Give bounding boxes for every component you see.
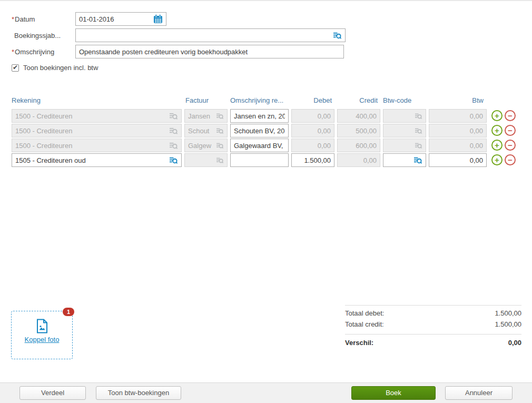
search-list-icon[interactable] bbox=[413, 156, 422, 164]
header-rekening: Rekening bbox=[12, 96, 41, 104]
footer-bar: Verdeel Toon btw-boekingen Boek Annuleer bbox=[0, 382, 532, 403]
header-omschrijving: Omschrijving re... bbox=[230, 96, 283, 104]
search-list-icon bbox=[216, 127, 224, 134]
search-list-icon bbox=[415, 127, 422, 134]
koppel-foto-dropzone[interactable]: 1 Koppel foto bbox=[11, 311, 73, 359]
btw-code-field bbox=[383, 109, 426, 123]
verschil-value: 0,00 bbox=[508, 339, 521, 347]
header-btw: Btw bbox=[429, 96, 484, 104]
search-list-icon bbox=[169, 127, 178, 135]
rekening-field[interactable]: 1505 - Crediteuren oud bbox=[12, 153, 182, 167]
photo-document-icon bbox=[12, 319, 72, 333]
omschrijving-value: Openstaande posten crediteuren vorig boe… bbox=[79, 48, 340, 56]
remove-row-button[interactable]: − bbox=[505, 125, 516, 136]
search-list-icon bbox=[415, 142, 422, 149]
toon-btw-boekingen-button[interactable]: Toon btw-boekingen bbox=[96, 386, 181, 400]
table-row: 1500 - Crediteuren Schout Schouten BV, 2… bbox=[0, 124, 532, 137]
datum-label: *Datum bbox=[12, 15, 35, 23]
factuur-field: Schout bbox=[184, 124, 228, 137]
btw-code-field[interactable] bbox=[383, 153, 426, 167]
checkbox-icon[interactable] bbox=[12, 64, 19, 72]
omschrijving-regel-field[interactable]: Galgewaard BV, 2 bbox=[230, 139, 289, 152]
annuleer-button[interactable]: Annuleer bbox=[445, 386, 513, 400]
header-credit: Credit bbox=[337, 96, 378, 104]
remove-row-button[interactable]: − bbox=[505, 110, 516, 121]
omschrijving-regel-field[interactable]: Jansen en zn, 201 bbox=[230, 109, 289, 123]
attachment-count-badge: 1 bbox=[63, 308, 74, 316]
omschrijving-input[interactable]: Openstaande posten crediteuren vorig boe… bbox=[75, 45, 344, 58]
btw-field: 0,00 bbox=[429, 139, 487, 152]
table-row: 1500 - Crediteuren Jansen Jansen en zn, … bbox=[0, 109, 532, 123]
boek-button[interactable]: Boek bbox=[351, 386, 436, 400]
debet-field: 0,00 bbox=[291, 124, 334, 137]
btw-code-field bbox=[383, 139, 426, 152]
factuur-field: Galgew bbox=[184, 139, 228, 152]
add-row-button[interactable]: + bbox=[491, 154, 503, 165]
search-list-icon bbox=[216, 142, 224, 149]
add-row-button[interactable]: + bbox=[491, 110, 503, 121]
required-asterisk: * bbox=[12, 48, 14, 56]
rekening-field: 1500 - Crediteuren bbox=[12, 109, 182, 123]
rekening-field: 1500 - Crediteuren bbox=[12, 124, 182, 137]
toon-btw-checkbox[interactable]: Toon boekingen incl. btw bbox=[12, 64, 98, 72]
credit-field: 400,00 bbox=[337, 109, 380, 123]
omschrijving-regel-field[interactable]: Schouten BV, 201 bbox=[230, 124, 289, 137]
datum-input[interactable]: 01-01-2016 bbox=[75, 12, 166, 26]
debet-field: 0,00 bbox=[291, 109, 334, 123]
search-list-icon bbox=[169, 112, 178, 120]
totaal-debet-label: Totaal debet: bbox=[345, 309, 384, 317]
factuur-field bbox=[184, 153, 228, 167]
debet-field: 0,00 bbox=[291, 139, 334, 152]
table-row: 1505 - Crediteuren oud 1.500,00 0,00 0,0… bbox=[0, 153, 532, 167]
toon-btw-checkbox-label: Toon boekingen incl. btw bbox=[23, 64, 98, 72]
btw-field: 0,00 bbox=[429, 124, 487, 137]
table-row: 1500 - Crediteuren Galgew Galgewaard BV,… bbox=[0, 139, 532, 152]
header-btw-code: Btw-code bbox=[383, 96, 411, 104]
datum-value: 01-01-2016 bbox=[79, 15, 151, 23]
rekening-field: 1500 - Crediteuren bbox=[12, 139, 182, 152]
add-row-button[interactable]: + bbox=[491, 140, 503, 151]
journal-entry-form: *Datum 01-01-2016 Boekingssjab... *Omsch… bbox=[0, 0, 532, 403]
header-factuur: Factuur bbox=[185, 96, 209, 104]
search-list-icon bbox=[169, 142, 178, 150]
remove-row-button[interactable]: − bbox=[505, 140, 516, 151]
verdeel-button[interactable]: Verdeel bbox=[19, 386, 86, 400]
verschil-label: Verschil: bbox=[345, 339, 373, 347]
search-list-icon[interactable] bbox=[169, 156, 178, 164]
add-row-button[interactable]: + bbox=[491, 125, 503, 136]
remove-row-button[interactable]: − bbox=[505, 154, 516, 165]
totaal-credit-row: Totaal credit: 1.500,00 bbox=[345, 319, 521, 330]
koppel-foto-link[interactable]: Koppel foto bbox=[12, 336, 72, 343]
omschrijving-regel-field[interactable] bbox=[230, 153, 289, 167]
header-debet: Debet bbox=[291, 96, 332, 104]
credit-field: 0,00 bbox=[337, 153, 380, 167]
credit-field: 500,00 bbox=[337, 124, 380, 137]
boekingssjabloon-input[interactable] bbox=[75, 28, 346, 42]
calendar-icon[interactable] bbox=[153, 14, 163, 24]
btw-field[interactable]: 0,00 bbox=[429, 153, 487, 167]
credit-field: 600,00 bbox=[337, 139, 380, 152]
search-list-icon bbox=[216, 113, 224, 120]
btw-code-field bbox=[383, 124, 426, 137]
totaal-credit-value: 1.500,00 bbox=[495, 320, 521, 328]
search-list-icon bbox=[415, 113, 422, 120]
search-list-icon[interactable] bbox=[333, 32, 342, 40]
totaal-credit-label: Totaal credit: bbox=[345, 320, 384, 328]
totaal-debet-value: 1.500,00 bbox=[495, 309, 521, 317]
omschrijving-label: *Omschrijving bbox=[12, 48, 54, 56]
factuur-field: Jansen bbox=[184, 109, 228, 123]
verschil-row: Verschil: 0,00 bbox=[345, 335, 521, 348]
search-list-icon bbox=[216, 157, 224, 164]
btw-field: 0,00 bbox=[429, 109, 487, 123]
boekingssjabloon-label: Boekingssjab... bbox=[14, 32, 61, 40]
debet-field[interactable]: 1.500,00 bbox=[291, 153, 334, 167]
required-asterisk: * bbox=[12, 15, 14, 23]
totals-panel: Totaal debet: 1.500,00 Totaal credit: 1.… bbox=[345, 305, 521, 348]
totaal-debet-row: Totaal debet: 1.500,00 bbox=[345, 306, 521, 319]
